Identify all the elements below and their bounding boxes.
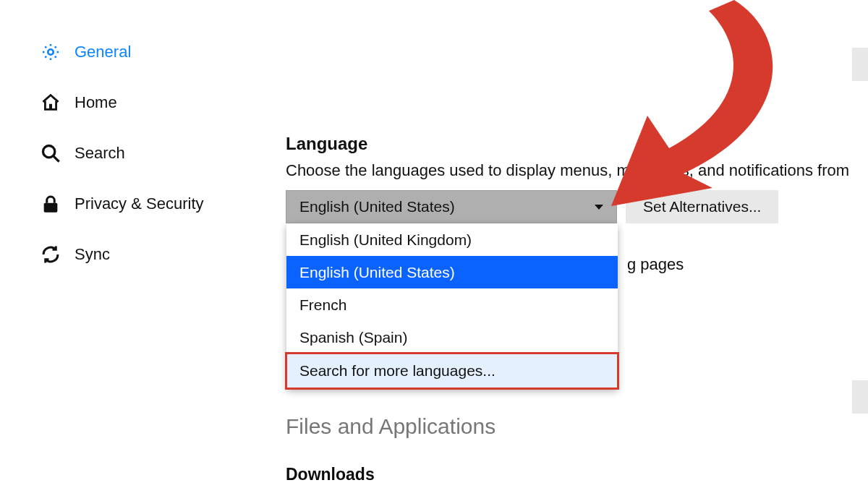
dropdown-selected[interactable]: English (United States) (286, 190, 617, 223)
sidebar-item-label: Sync (75, 245, 110, 264)
sync-icon (40, 244, 61, 265)
lock-icon (40, 193, 61, 215)
partial-translating-text: g pages (627, 255, 684, 274)
dropdown-option[interactable]: Spanish (Spain) (286, 321, 618, 354)
svg-line-3 (54, 156, 59, 162)
option-label: English (United States) (299, 264, 455, 281)
language-title: Language (286, 134, 868, 154)
gear-icon (40, 41, 61, 63)
search-icon (40, 142, 61, 164)
svg-rect-4 (44, 203, 58, 213)
svg-point-0 (48, 49, 53, 54)
home-icon (40, 92, 61, 114)
sidebar: General Home Search Privacy & Security S… (40, 33, 242, 286)
sidebar-item-search[interactable]: Search (40, 134, 242, 184)
sidebar-item-label: Search (75, 144, 125, 163)
partial-button-stub[interactable] (852, 48, 868, 81)
svg-rect-1 (49, 104, 52, 110)
option-label: Spanish (Spain) (299, 329, 407, 346)
option-label: English (United Kingdom) (299, 231, 472, 249)
sidebar-item-label: Privacy & Security (75, 194, 204, 213)
language-desc: Choose the languages used to display men… (286, 161, 868, 180)
sidebar-item-privacy[interactable]: Privacy & Security (40, 184, 242, 235)
sidebar-item-label: General (75, 43, 131, 61)
dropdown-option-search-more[interactable]: Search for more languages... (286, 354, 618, 388)
dropdown-option[interactable]: French (286, 288, 618, 321)
svg-point-2 (43, 146, 55, 158)
dropdown-selected-label: English (United States) (299, 198, 455, 215)
option-label: French (299, 296, 346, 314)
chevron-down-icon (595, 205, 603, 210)
sidebar-item-label: Home (75, 93, 117, 112)
partial-button-stub[interactable] (852, 380, 868, 414)
sidebar-item-general[interactable]: General (40, 33, 242, 83)
files-applications-heading: Files and Applications (286, 414, 495, 439)
option-label: Search for more languages... (299, 362, 495, 380)
set-alternatives-button[interactable]: Set Alternatives... (626, 190, 778, 223)
sidebar-item-sync[interactable]: Sync (40, 235, 242, 286)
language-dropdown[interactable]: English (United States) English (United … (286, 190, 617, 223)
dropdown-option[interactable]: English (United Kingdom) (286, 223, 618, 256)
content-area: Language Choose the languages used to di… (286, 134, 868, 223)
dropdown-list: English (United Kingdom) English (United… (286, 223, 618, 388)
downloads-heading: Downloads (286, 465, 375, 484)
sidebar-item-home[interactable]: Home (40, 83, 242, 134)
dropdown-option-selected[interactable]: English (United States) (286, 256, 618, 288)
